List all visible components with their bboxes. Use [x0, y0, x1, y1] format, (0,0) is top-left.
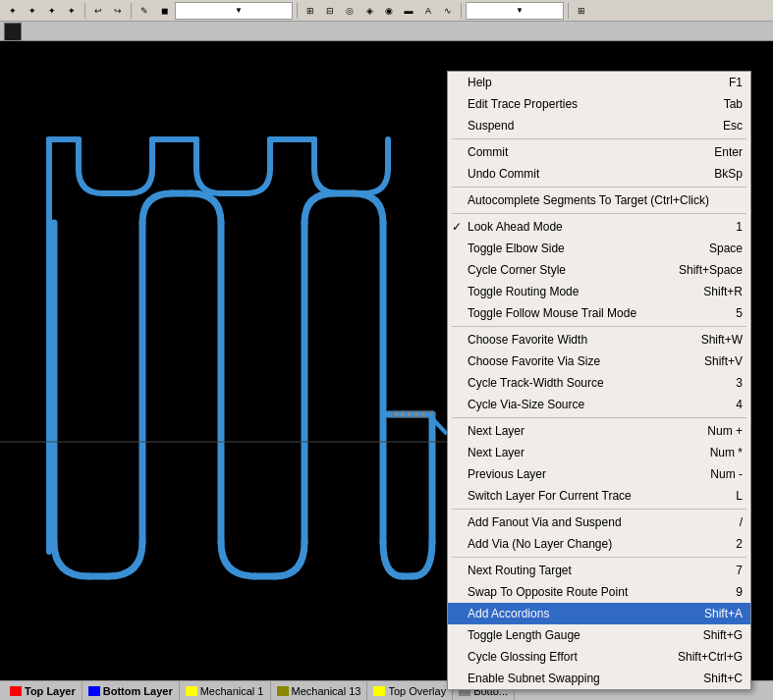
menu-item-edit-trace[interactable]: Edit Trace PropertiesTab: [448, 93, 750, 115]
variations-dropdown[interactable]: ▼: [466, 2, 564, 20]
menu-item-label: Cycle Corner Style: [468, 263, 671, 277]
menu-item-suspend[interactable]: SuspendEsc: [448, 115, 750, 136]
status-layer-mech13[interactable]: Mechanical 13: [271, 681, 368, 700]
menu-item-undo-commit[interactable]: Undo CommitBkSp: [448, 163, 750, 185]
menu-item-label: Toggle Follow Mouse Trail Mode: [468, 306, 728, 320]
svg-point-29: [408, 412, 412, 416]
menu-item-label: Edit Trace Properties: [468, 97, 716, 111]
toolbar-icon-14[interactable]: ∿: [439, 2, 457, 20]
variations-arrow: ▼: [516, 6, 559, 15]
toolbar-icon-4[interactable]: ✦: [63, 2, 81, 20]
menu-separator: [452, 187, 746, 188]
toolbar-icon-13[interactable]: A: [419, 2, 437, 20]
menu-item-swap-opposite[interactable]: Swap To Opposite Route Point9: [448, 581, 750, 603]
toolbar-icon-2[interactable]: ✦: [24, 2, 41, 20]
menu-item-label: Choose Favorite Width: [468, 333, 693, 347]
menu-item-add-accordions[interactable]: Add AccordionsShift+A: [448, 603, 750, 624]
menu-item-enable-subnet[interactable]: Enable Subnet SwappingShift+C: [448, 668, 750, 689]
menu-separator: [452, 326, 746, 327]
menu-item-prev-layer[interactable]: Previous LayerNum -: [448, 463, 750, 485]
menu-item-shortcut: Shift+Ctrl+G: [678, 650, 743, 664]
menu-item-shortcut: 1: [736, 220, 743, 234]
svg-point-31: [421, 412, 425, 416]
menu-item-shortcut: 4: [736, 398, 743, 411]
menu-item-cycle-via[interactable]: Cycle Via-Size Source4: [448, 394, 750, 415]
sep1: [84, 3, 85, 19]
redo-btn[interactable]: ↪: [109, 2, 127, 20]
menu-separator: [452, 557, 746, 558]
menu-item-label: Help: [468, 76, 721, 89]
menu-item-shortcut: Shift+G: [703, 628, 743, 642]
toolbar-icon-7[interactable]: ⊞: [302, 2, 319, 20]
menu-item-shortcut: Esc: [723, 119, 743, 133]
toolbar-icon-15[interactable]: ⊞: [573, 2, 590, 20]
menu-item-shortcut: Shift+R: [703, 285, 743, 298]
layer-color-swatch: [186, 686, 197, 696]
menu-item-switch-layer[interactable]: Switch Layer For Current TraceL: [448, 485, 750, 507]
toolbar-icon-8[interactable]: ⊟: [321, 2, 339, 20]
menu-item-fanout-via[interactable]: Add Fanout Via and Suspend/: [448, 512, 750, 533]
sep2: [131, 3, 132, 19]
menu-item-label: Switch Layer For Current Trace: [468, 489, 728, 503]
menu-item-add-via[interactable]: Add Via (No Layer Change)2: [448, 533, 750, 555]
menu-item-toggle-length[interactable]: Toggle Length GaugeShift+G: [448, 624, 750, 646]
svg-point-30: [414, 412, 418, 416]
toolbar-icon-3[interactable]: ✦: [43, 2, 61, 20]
status-layer-top-layer[interactable]: Top Layer: [4, 681, 83, 700]
toolbar-icon-6[interactable]: ◼: [155, 2, 173, 20]
menu-item-shortcut: Shift+V: [704, 354, 743, 368]
view-dropdown[interactable]: ▼: [175, 2, 293, 20]
menu-item-shortcut: 9: [736, 585, 743, 599]
toolbar-icon-10[interactable]: ◈: [360, 2, 378, 20]
status-layer-mech1[interactable]: Mechanical 1: [180, 681, 271, 700]
menu-item-label: Toggle Length Gauge: [468, 628, 695, 642]
menu-item-next-routing[interactable]: Next Routing Target7: [448, 560, 750, 581]
status-layer-bottom-layer[interactable]: Bottom Layer: [83, 681, 180, 700]
menu-item-label: Undo Commit: [468, 167, 706, 181]
menu-item-commit[interactable]: CommitEnter: [448, 141, 750, 163]
menu-item-next-layer-star[interactable]: Next LayerNum *: [448, 442, 750, 463]
pcbdoc-tab[interactable]: [4, 23, 22, 40]
menu-item-label: Add Via (No Layer Change): [468, 537, 728, 551]
menu-item-cycle-corner[interactable]: Cycle Corner StyleShift+Space: [448, 259, 750, 281]
menu-item-label: Toggle Routing Mode: [468, 285, 695, 298]
menu-item-toggle-follow[interactable]: Toggle Follow Mouse Trail Mode5: [448, 302, 750, 324]
menu-item-cycle-gloss[interactable]: Cycle Glossing EffortShift+Ctrl+G: [448, 646, 750, 668]
checkmark-icon: ✓: [452, 220, 462, 234]
menu-item-shortcut: Enter: [714, 145, 743, 159]
status-layer-top-overlay[interactable]: Top Overlay: [367, 681, 453, 700]
menu-item-shortcut: Shift+A: [704, 607, 743, 620]
menu-item-shortcut: /: [740, 515, 743, 529]
menu-item-autocomplete[interactable]: Autocomplete Segments To Target (Ctrl+Cl…: [448, 189, 750, 211]
menu-item-fav-width[interactable]: Choose Favorite WidthShift+W: [448, 329, 750, 350]
menu-item-label: Next Layer: [468, 424, 699, 438]
toolbar-icon-9[interactable]: ◎: [341, 2, 359, 20]
toolbar-icon-1[interactable]: ✦: [4, 2, 22, 20]
toolbar-icon-11[interactable]: ◉: [380, 2, 398, 20]
context-menu: HelpF1Edit Trace PropertiesTabSuspendEsc…: [447, 71, 751, 690]
menu-item-label: Cycle Glossing Effort: [468, 650, 670, 664]
menu-item-cycle-track[interactable]: Cycle Track-Width Source3: [448, 372, 750, 394]
layer-color-swatch: [373, 686, 385, 696]
menu-item-shortcut: Num -: [710, 467, 743, 481]
menu-item-toggle-elbow[interactable]: Toggle Elbow SideSpace: [448, 238, 750, 259]
menu-item-fav-via[interactable]: Choose Favorite Via SizeShift+V: [448, 350, 750, 372]
menu-item-toggle-routing[interactable]: Toggle Routing ModeShift+R: [448, 281, 750, 302]
menu-item-label: Toggle Elbow Side: [468, 242, 701, 255]
menu-separator: [452, 509, 746, 510]
main-area: HelpF1Edit Trace PropertiesTabSuspendEsc…: [0, 41, 773, 680]
menu-item-shortcut: Space: [709, 242, 743, 255]
menu-item-look-ahead[interactable]: ✓Look Ahead Mode1: [448, 216, 750, 238]
menu-item-shortcut: Shift+Space: [679, 263, 743, 277]
layer-color-swatch: [277, 686, 289, 696]
toolbar-icon-12[interactable]: ▬: [400, 2, 417, 20]
menu-item-next-layer-plus[interactable]: Next LayerNum +: [448, 420, 750, 442]
toolbar-icon-5[interactable]: ✎: [136, 2, 153, 20]
menu-item-label: Add Fanout Via and Suspend: [468, 515, 732, 529]
menu-item-shortcut: F1: [729, 76, 743, 89]
menu-item-label: Add Accordions: [468, 607, 696, 620]
menu-item-label: Swap To Opposite Route Point: [468, 585, 728, 599]
menu-item-help[interactable]: HelpF1: [448, 72, 750, 93]
menu-item-label: Suspend: [468, 119, 715, 133]
undo-btn[interactable]: ↩: [89, 2, 107, 20]
